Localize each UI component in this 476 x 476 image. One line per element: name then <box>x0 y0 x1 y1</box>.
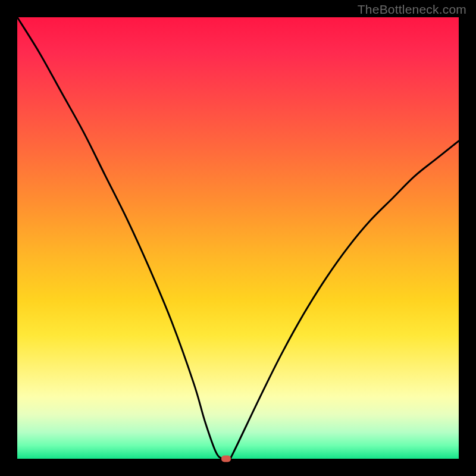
bottleneck-curve <box>17 17 459 459</box>
chart-frame: TheBottleneck.com <box>0 0 476 476</box>
plot-area <box>17 17 459 459</box>
curve-svg <box>17 17 459 459</box>
bottleneck-marker <box>221 456 231 462</box>
watermark-text: TheBottleneck.com <box>358 2 466 17</box>
